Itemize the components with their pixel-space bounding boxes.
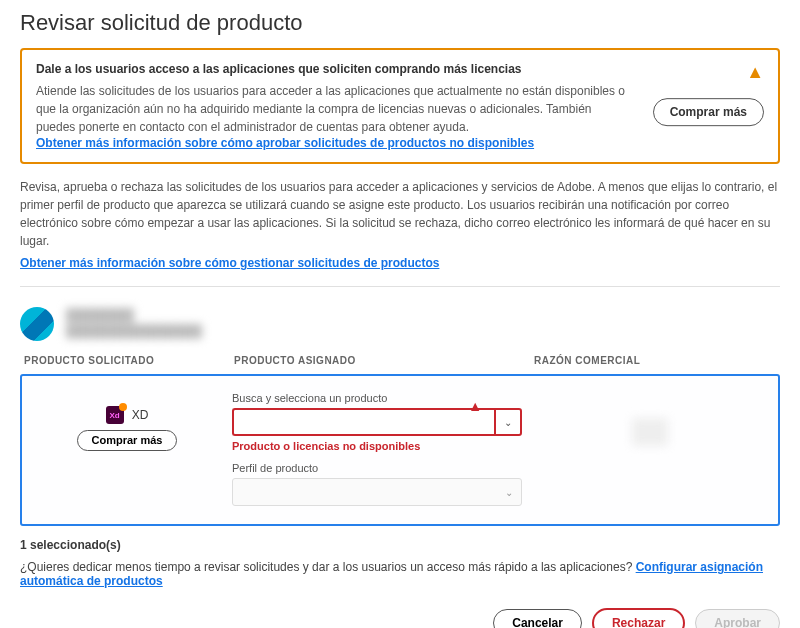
warning-icon: ▲ xyxy=(746,62,764,83)
col-requested-header: PRODUCTO SOLICITADO xyxy=(24,355,224,374)
product-dropdown-toggle[interactable]: ⌄ xyxy=(494,408,522,436)
input-warning-icon: ▲ xyxy=(468,398,482,414)
buy-more-button[interactable]: Comprar más xyxy=(653,98,764,126)
reason-cell xyxy=(532,392,768,446)
approve-button: Aprobar xyxy=(695,609,780,628)
footer-actions: Cancelar Rechazar Aprobar xyxy=(20,608,780,628)
page-description: Revisa, aprueba o rechaza las solicitude… xyxy=(20,178,780,250)
cancel-button[interactable]: Cancelar xyxy=(493,609,582,628)
chevron-down-icon: ⌄ xyxy=(505,487,513,498)
license-alert: ▲ Dale a los usuarios acceso a las aplic… xyxy=(20,48,780,164)
requested-product-cell: Xd XD Comprar más xyxy=(32,392,222,451)
col-reason-header: RAZÓN COMERCIAL xyxy=(534,355,776,374)
alert-learn-more-link[interactable]: Obtener más información sobre cómo aprob… xyxy=(36,136,534,150)
manage-requests-link[interactable]: Obtener más información sobre cómo gesti… xyxy=(20,256,439,270)
divider xyxy=(20,286,780,287)
product-error-text: Producto o licencias no disponibles xyxy=(232,440,522,452)
xd-icon: Xd xyxy=(106,406,124,424)
request-row-selected[interactable]: Xd XD Comprar más Busca y selecciona un … xyxy=(20,374,780,526)
requested-product-name: XD xyxy=(132,408,149,422)
page-title: Revisar solicitud de producto xyxy=(20,10,780,36)
product-search-input[interactable] xyxy=(232,408,494,436)
assigned-product-cell: Busca y selecciona un producto ▲ ⌄ Produ… xyxy=(232,392,522,506)
reject-button[interactable]: Rechazar xyxy=(592,608,685,628)
auto-assign-row: ¿Quieres dedicar menos tiempo a revisar … xyxy=(20,560,780,588)
selection-count: 1 seleccionado(s) xyxy=(20,538,780,552)
user-identity: ████████ ████████████████ xyxy=(66,308,202,339)
user-row: ████████ ████████████████ xyxy=(20,299,780,355)
col-assigned-header: PRODUCTO ASIGNADO xyxy=(234,355,524,374)
reason-blurred xyxy=(632,418,668,446)
profile-label: Perfil de producto xyxy=(232,462,522,474)
avatar xyxy=(20,307,54,341)
profile-select[interactable]: ⌄ xyxy=(232,478,522,506)
row-buy-more-button[interactable]: Comprar más xyxy=(77,430,178,451)
alert-title: Dale a los usuarios acceso a las aplicac… xyxy=(36,62,764,76)
